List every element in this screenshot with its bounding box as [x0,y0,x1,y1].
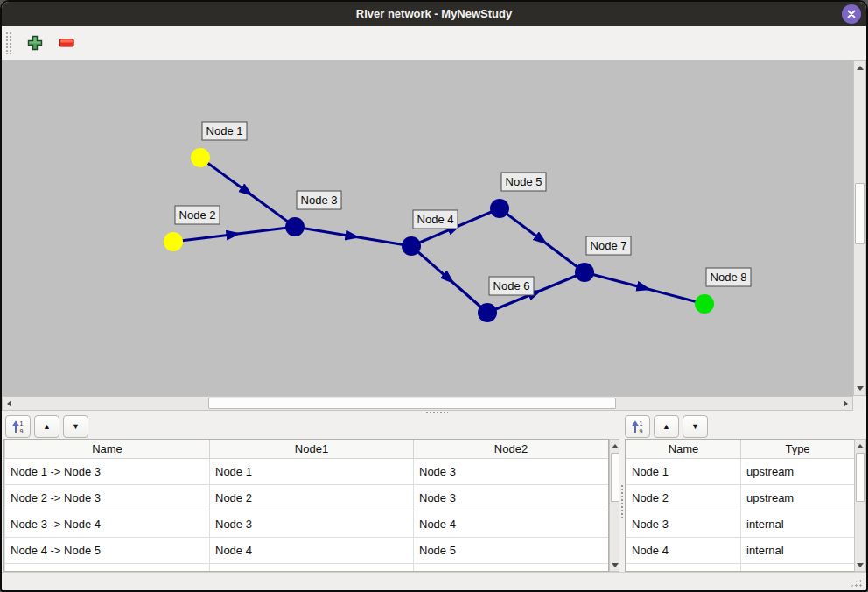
table-row[interactable]: Node 1 -> Node 3Node 1Node 3 [5,459,609,485]
table-cell[interactable]: upstream [741,459,855,485]
graph-edge[interactable] [584,272,704,304]
table-cell[interactable]: internal [741,511,855,538]
table-cell[interactable]: Node 3 [414,459,609,485]
window-title: River network - MyNewStudy [2,2,866,26]
table-row[interactable]: Node 1upstream [626,459,855,485]
scroll-up-button[interactable] [854,61,865,74]
canvas-hscroll-thumb[interactable] [208,398,616,409]
table-row-empty [626,564,855,573]
scroll-down-button[interactable] [855,559,865,571]
table-cell[interactable]: Node 4 [210,538,414,564]
graph-node-label[interactable]: Node 1 [202,122,247,140]
toolbar-grip[interactable] [5,32,11,54]
network-canvas[interactable]: Node 1Node 2Node 3Node 4Node 5Node 6Node… [2,60,853,396]
graph-node-label[interactable]: Node 7 [586,236,631,255]
table-cell[interactable]: internal [741,538,855,564]
scroll-left-button[interactable] [3,397,16,410]
scroll-thumb[interactable] [611,453,620,502]
graph-node[interactable] [402,236,421,256]
graph-node[interactable] [191,148,210,167]
table-cell[interactable]: Node 2 -> Node 3 [5,485,210,511]
move-up-button[interactable]: ▲ [34,415,60,438]
graph-node-label[interactable]: Node 2 [175,206,220,224]
links-toolbar: 1 9 ▲ ▼ [4,414,90,439]
table-cell[interactable]: upstream [741,485,855,511]
table-row[interactable]: Node 2upstream [626,485,855,511]
table-cell[interactable]: Node 4 [626,538,741,564]
graph-node[interactable] [575,263,594,282]
move-down-button[interactable]: ▼ [63,415,88,438]
horizontal-splitter[interactable] [2,411,866,414]
svg-text:Node 5: Node 5 [506,175,542,188]
titlebar[interactable]: River network - MyNewStudy [2,2,866,26]
table-cell[interactable]: Node 3 [210,511,414,538]
scroll-up-button[interactable] [855,440,865,452]
move-down-button[interactable]: ▼ [682,415,708,438]
scroll-down-button[interactable] [854,382,865,395]
svg-text:9: 9 [19,428,23,434]
column-header-type[interactable]: Type [741,440,855,459]
canvas-vscroll-thumb[interactable] [855,183,864,244]
svg-text:Node 1: Node 1 [206,124,243,137]
graph-node-label[interactable]: Node 3 [297,191,341,209]
graph-node-label[interactable]: Node 8 [706,268,751,286]
svg-text:Node 8: Node 8 [710,271,747,284]
table-cell[interactable]: Node 3 -> Node 4 [5,511,210,538]
column-header-node2[interactable]: Node2 [414,440,609,459]
table-row[interactable]: Node 4internal [626,538,855,564]
graph-node[interactable] [490,199,509,218]
graph-node-label[interactable]: Node 6 [489,277,534,295]
table-cell[interactable]: Node 1 -> Node 3 [5,459,210,485]
remove-button[interactable] [57,33,76,53]
up-arrow-icon: ▲ [43,423,51,431]
canvas-row: Node 1Node 2Node 3Node 4Node 5Node 6Node… [2,60,866,396]
table-cell[interactable]: Node 2 [626,485,741,511]
window-body: River network - MyNewStudy [2,2,866,590]
table-row[interactable]: Node 2 -> Node 3Node 2Node 3 [5,485,609,511]
table-cell[interactable]: Node 4 -> Node 5 [5,538,210,564]
canvas-vscrollbar[interactable] [853,60,866,396]
graph-node-label[interactable]: Node 5 [501,173,546,191]
table-cell[interactable]: Node 1 [210,459,414,485]
close-button[interactable] [842,4,861,24]
table-cell[interactable]: Node 5 [414,538,609,564]
graph-edge[interactable] [411,246,487,313]
graph-node[interactable] [478,303,497,322]
up-arrow-icon: ▲ [662,423,670,431]
scroll-down-icon [857,386,864,391]
graph-node[interactable] [164,232,183,251]
table-cell[interactable]: Node 3 [626,511,741,538]
table-cell[interactable]: Node 1 [626,459,741,485]
column-header-name[interactable]: Name [626,440,741,459]
table-cell[interactable]: Node 2 [210,485,414,511]
column-header-name[interactable]: Name [5,440,210,459]
table-row[interactable]: Node 3 -> Node 4Node 3Node 4 [5,511,609,538]
table-row[interactable]: Node 4 -> Node 5Node 4Node 5 [5,538,609,564]
svg-text:Node 7: Node 7 [591,239,627,252]
svg-text:Node 6: Node 6 [494,279,530,292]
canvas-hscrollbar[interactable] [2,396,853,411]
nodes-table-scrollbar[interactable] [854,439,866,572]
status-bar [2,572,866,590]
scroll-thumb[interactable] [856,453,864,502]
table-row[interactable]: Node 3internal [626,511,855,538]
add-button[interactable] [25,33,45,53]
resize-grip[interactable] [850,576,863,588]
graph-edge[interactable] [295,227,411,246]
scroll-right-button[interactable] [839,397,852,410]
plus-icon [27,35,43,51]
down-arrow-icon: ▼ [72,423,80,431]
sort-links-button[interactable]: 1 9 [5,415,31,438]
graph-node[interactable] [695,294,714,314]
graph-node-label[interactable]: Node 4 [413,210,458,229]
graph-node[interactable] [285,217,304,236]
graph-edge[interactable] [500,208,584,272]
column-header-node1[interactable]: Node1 [210,440,414,459]
down-arrow-icon: ▼ [691,423,699,431]
move-up-button[interactable]: ▲ [654,415,679,438]
sort-nodes-button[interactable]: 1 9 [625,415,650,438]
graph-edge[interactable] [173,227,295,242]
app-window: River network - MyNewStudy [0,0,868,592]
table-cell[interactable]: Node 4 [414,511,609,538]
table-cell[interactable]: Node 3 [414,485,609,511]
